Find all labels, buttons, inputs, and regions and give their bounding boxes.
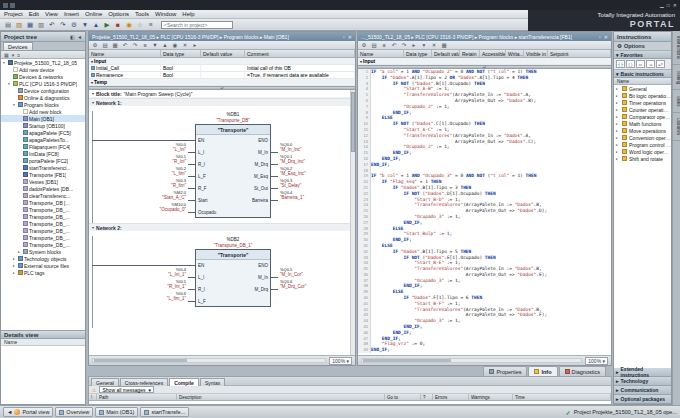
tree-item[interactable]: Transporte_DB [... bbox=[1, 199, 85, 206]
contact-icon[interactable]: ┤├ bbox=[616, 60, 625, 68]
network-header[interactable]: ▾Network 1: bbox=[89, 98, 355, 106]
tree-item[interactable]: ▸PLC tags bbox=[1, 269, 85, 276]
expander-icon[interactable]: ▸ bbox=[13, 257, 17, 261]
undo-icon[interactable]: ↶ bbox=[47, 20, 57, 30]
open-project-icon[interactable]: ▨ bbox=[14, 20, 24, 30]
inspector-tab-info[interactable]: Info bbox=[528, 366, 557, 376]
interface-column-1[interactable]: Data type bbox=[404, 50, 432, 57]
input-operand[interactable]: %I0.2"L_fim" bbox=[91, 166, 186, 176]
expander-icon[interactable]: ▸ bbox=[616, 115, 620, 119]
tree-item[interactable]: ▸Technology objects bbox=[1, 255, 85, 262]
tree-item[interactable]: dadosPaletes [DB... bbox=[1, 185, 85, 192]
tree-item[interactable]: ▾Projekte_51500_TL2_18_05 bbox=[1, 59, 85, 66]
stop-cpu-icon[interactable]: ■ bbox=[113, 20, 123, 30]
input-operand[interactable]: %I0.4"L_Ini_1" bbox=[91, 267, 186, 277]
side-tab-testing[interactable]: Testing bbox=[673, 65, 680, 90]
output-operand[interactable]: %Q0.1"M_Drq_Inc" bbox=[280, 154, 348, 164]
input-operand[interactable]: %I0.6"L_fim_1" bbox=[91, 291, 186, 301]
section-communication[interactable]: ▸Communication bbox=[614, 386, 671, 395]
side-tab-tasks[interactable]: Tasks bbox=[673, 90, 680, 113]
tree-item[interactable]: Filaparquem [FC4] bbox=[1, 143, 85, 150]
tree-item[interactable]: ▾PLC [CPU 1516-3 PN/DP] bbox=[1, 80, 85, 87]
tree-item[interactable]: Online & diagnostics bbox=[1, 94, 85, 101]
instruction-group[interactable]: ▸Comparator operations bbox=[614, 113, 671, 120]
tree-item[interactable]: Devices & networks bbox=[1, 73, 85, 80]
scl-horizontal-scrollbar[interactable] bbox=[361, 358, 582, 363]
tree-item[interactable]: Transporte_DB_... bbox=[1, 241, 85, 248]
basic-instructions-header[interactable]: ▾ Basic instructions bbox=[614, 70, 671, 78]
expander-icon[interactable]: ▸ bbox=[616, 101, 620, 105]
message-column-1[interactable]: Path bbox=[97, 394, 177, 400]
tree-item[interactable]: Main [OB1] bbox=[1, 115, 85, 122]
menu-project[interactable]: Project bbox=[4, 11, 23, 17]
expander-icon[interactable]: ▸ bbox=[616, 136, 620, 140]
scl-tool-icon-2[interactable]: ≡ bbox=[380, 42, 388, 48]
expander-icon[interactable]: ▸ bbox=[13, 264, 17, 268]
fb-call-box[interactable]: "Transporte"ENENOL_IM_InR_IM_DrqL_FM_Esq… bbox=[195, 124, 271, 218]
breadcrumb[interactable]: Projekte_51500_TL2_18_05 ▸ PLC [CPU 1516… bbox=[92, 34, 289, 40]
inspector-tab-properties[interactable]: Properties bbox=[483, 366, 527, 376]
inspector-tab-diagnostics[interactable]: Diagnostics bbox=[559, 366, 606, 376]
float-editor-icon[interactable]: ▫ bbox=[343, 34, 345, 40]
input-operand[interactable]: %M2.0"Start_A_C" bbox=[91, 190, 186, 200]
options-row[interactable]: ⚙ Options bbox=[614, 42, 671, 51]
lad-tool-icon-3[interactable]: ↶ bbox=[121, 42, 129, 48]
lad-tool-icon-1[interactable]: ▤ bbox=[101, 42, 109, 48]
lad-vertical-scrollbar[interactable] bbox=[350, 90, 355, 355]
scl-tool-icon-4[interactable]: ↷ bbox=[400, 42, 408, 48]
close-button[interactable]: ✕ bbox=[673, 3, 677, 8]
subtab-syntax[interactable]: Syntax bbox=[200, 378, 225, 386]
output-operand[interactable]: %Q0.4"Barreira_1" bbox=[280, 190, 348, 200]
interface-row[interactable]: RemanenceBool=True, if remanent data are… bbox=[89, 72, 355, 79]
interface-column-0[interactable]: Name bbox=[89, 50, 161, 57]
interface-row[interactable]: ▾Input bbox=[89, 58, 355, 65]
menu-options[interactable]: Options bbox=[108, 11, 129, 17]
menu-insert[interactable]: Insert bbox=[64, 11, 79, 17]
tree-item[interactable]: ▸External source files bbox=[1, 262, 85, 269]
expander-icon[interactable]: ▸ bbox=[616, 143, 620, 147]
message-column-2[interactable]: Description bbox=[177, 394, 385, 400]
expander-icon[interactable]: ▸ bbox=[616, 157, 620, 161]
instruction-group[interactable]: ▸Counter operations bbox=[614, 106, 671, 113]
menu-edit[interactable]: Edit bbox=[29, 11, 39, 17]
close-editor-icon[interactable]: ✕ bbox=[604, 34, 608, 40]
interface-column-2[interactable]: Default value bbox=[201, 50, 245, 57]
message-list[interactable] bbox=[89, 401, 611, 404]
lad-tool-icon-2[interactable]: ▦ bbox=[111, 42, 119, 48]
link-icon[interactable]: ≡ bbox=[17, 52, 20, 58]
tree-item[interactable]: startTransferenci... bbox=[1, 164, 85, 171]
input-operand[interactable]: %I0.1"R_Ini" bbox=[91, 154, 186, 164]
lad-horizontal-scrollbar[interactable] bbox=[92, 358, 326, 363]
section-technology[interactable]: ▸Technology bbox=[614, 377, 671, 386]
message-column-4[interactable]: ? bbox=[421, 394, 433, 400]
input-operand[interactable]: %M10.0"Ocupado_0" bbox=[91, 202, 186, 212]
expander-icon[interactable]: ▸ bbox=[616, 108, 620, 112]
tree-item[interactable]: Startup [OB100] bbox=[1, 122, 85, 129]
lad-tool-icon-8[interactable]: ◉ bbox=[171, 42, 179, 48]
tree-item[interactable]: Transporte [FB1] bbox=[1, 171, 85, 178]
scl-tool-icon-1[interactable]: ▤ bbox=[370, 42, 378, 48]
network-canvas[interactable]: %DB2"Transporte_DB_1""Transporte"ENENOL_… bbox=[89, 236, 355, 328]
assign-icon[interactable]: := bbox=[646, 60, 655, 68]
auto-collapse-icon[interactable]: ◧ bbox=[70, 34, 75, 40]
output-operand[interactable]: %Q0.0"M_In_Inc" bbox=[280, 142, 348, 152]
expander-icon[interactable]: ▾ bbox=[3, 61, 7, 65]
tree-item[interactable]: Vestes [DB1] bbox=[1, 178, 85, 185]
message-column-7[interactable]: Time bbox=[513, 394, 611, 400]
input-operand[interactable]: %I0.3"R_fim" bbox=[91, 178, 186, 188]
tree-item[interactable]: apagaPaletesTo... bbox=[1, 136, 85, 143]
go-offline-icon[interactable]: ○ bbox=[135, 20, 145, 30]
instruction-group[interactable]: ▸Math functions bbox=[614, 120, 671, 127]
tree-item[interactable]: Add new device bbox=[1, 66, 85, 73]
taskbar-button[interactable]: startTransfe... bbox=[140, 407, 189, 417]
portal-view-button[interactable]: ◄ Portal view bbox=[3, 407, 53, 417]
scl-tool-icon-8[interactable]: ▦ bbox=[440, 42, 448, 48]
lad-tool-icon-0[interactable]: ⚙ bbox=[91, 42, 99, 48]
fb-call-box[interactable]: "Transporte"ENENOL_IM_InR_IM_DrqL_F bbox=[195, 249, 271, 307]
compile-icon[interactable]: ⚙ bbox=[69, 20, 79, 30]
go-online-icon[interactable]: ◉ bbox=[124, 20, 134, 30]
tree-item[interactable]: portaPalete [FC2] bbox=[1, 157, 85, 164]
output-operand[interactable]: %Q0.2"M_Esq_Inc" bbox=[280, 166, 348, 176]
menu-online[interactable]: Online bbox=[85, 11, 102, 17]
upload-from-device-icon[interactable]: ▲ bbox=[91, 20, 101, 30]
